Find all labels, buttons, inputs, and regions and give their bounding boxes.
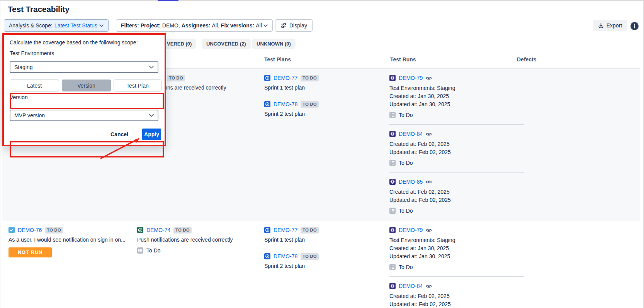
display-button-label: Display <box>289 22 307 29</box>
column-header-test-plans: Test Plans <box>264 56 291 63</box>
test-plans-cell: DEMO-77 TO DO Sprint 1 test plan DEMO-78… <box>264 69 384 220</box>
column-header-test-runs: Test Runs <box>390 56 416 63</box>
analysis-scope-value: Latest Test Status <box>54 22 97 29</box>
filters-label: Filters: <box>121 22 139 29</box>
todo-status-icon <box>389 208 396 214</box>
issue-summary: Sprint 2 test plan <box>264 262 384 270</box>
tab-covered-label: VERED (0) <box>167 41 192 47</box>
run-updated-at: Updated at: Jan 30, 2025 <box>389 100 524 108</box>
tab-uncovered[interactable]: UNCOVERED (2) <box>202 39 251 49</box>
test-run-item: DEMO-85 Created at: Feb 02, 2025 Updated… <box>389 172 524 220</box>
info-button[interactable] <box>630 22 639 30</box>
chevron-down-icon <box>99 24 104 27</box>
analysis-scope-label: Analysis & Scope: <box>9 22 53 29</box>
filter-project-label: Project: <box>141 22 161 29</box>
cancel-button[interactable]: Cancel <box>107 129 131 140</box>
issue-key-link[interactable]: DEMO-77 <box>274 75 297 81</box>
issue-key-link[interactable]: DEMO-76 <box>18 227 42 233</box>
status-line: To Do <box>389 207 524 214</box>
issue-summary: As a user, I would see notification on s… <box>8 236 133 244</box>
test-run-icon <box>389 75 396 81</box>
tab-unknown-label: UNKNOWN (0) <box>257 41 291 47</box>
run-created-at: Created at: Feb 02, 2025 <box>389 188 524 196</box>
scope-option-latest[interactable]: Latest <box>10 80 59 91</box>
tab-covered[interactable]: VERED (0) <box>162 39 196 49</box>
run-created-at: Created at: Jan 30, 2025 <box>389 92 524 100</box>
defects-cell <box>517 69 633 220</box>
test-environments-select[interactable]: Staging <box>10 61 158 73</box>
top-loading-accent <box>158 0 178 1</box>
requirement-item: DEMO-76 TO DO As a user, I would see not… <box>8 221 133 257</box>
issue-summary: Sprint 1 test plan <box>264 236 384 244</box>
eye-icon[interactable] <box>426 132 432 136</box>
status-line: To Do <box>389 264 524 271</box>
filters-dropdown[interactable]: Filters: Project: DEMO, Assignees: All, … <box>116 19 273 32</box>
version-value: MVP version <box>14 112 45 118</box>
tab-uncovered-label: UNCOVERED (2) <box>206 41 246 47</box>
analysis-scope-dropdown[interactable]: Analysis & Scope: Latest Test Status <box>4 19 109 32</box>
eye-icon[interactable] <box>426 76 432 80</box>
test-runs-cell: DEMO-79 Test Environments: Staging Creat… <box>389 221 524 308</box>
coverage-status-badge[interactable]: NOT RUN <box>8 247 52 257</box>
filter-assignees-label: Assignees: <box>182 22 211 29</box>
test-runs-cell: DEMO-79 Test Environments: Staging Creat… <box>389 69 524 220</box>
chevron-down-icon <box>149 66 154 69</box>
issue-summary: Sprint 2 test plan <box>264 110 384 118</box>
defects-cell <box>517 221 633 308</box>
scope-option-version-selected[interactable]: Version <box>62 80 111 91</box>
test-environments-value: Staging <box>14 64 32 70</box>
status-text: To Do <box>399 208 413 214</box>
run-environments: Test Environments: Staging <box>389 236 524 244</box>
info-icon <box>630 22 639 30</box>
export-button[interactable]: Export <box>593 20 627 31</box>
column-header-defects: Defects <box>517 56 537 63</box>
todo-status-icon <box>389 264 396 270</box>
run-created-at: Created at: Feb 02, 2025 <box>389 140 524 148</box>
window-top-border <box>0 0 644 1</box>
run-updated-at: Updated at: Feb 02, 2025 <box>389 300 524 308</box>
version-select[interactable]: MVP version <box>10 110 158 121</box>
run-updated-at: Updated at: Feb 02, 2025 <box>389 148 524 156</box>
chevron-down-icon <box>149 114 154 117</box>
issue-key-link[interactable]: DEMO-78 <box>274 101 297 107</box>
todo-status-icon <box>137 247 143 254</box>
scope-option-test-plan[interactable]: Test Plan <box>114 80 161 91</box>
test-plan-icon <box>264 101 270 107</box>
version-label: Version <box>10 94 28 100</box>
issue-key-link[interactable]: DEMO-79 <box>399 227 423 233</box>
export-button-label: Export <box>607 22 622 29</box>
status-line: To Do <box>137 247 262 254</box>
apply-button[interactable]: Apply <box>142 129 161 140</box>
status-badge: TO DO <box>45 227 63 234</box>
eye-icon[interactable] <box>426 284 432 288</box>
issue-key-link[interactable]: DEMO-74 <box>146 227 170 233</box>
issue-key-link[interactable]: DEMO-78 <box>274 253 297 259</box>
filter-fix-versions-label: Fix versions: <box>221 22 254 29</box>
test-run-icon <box>389 283 396 289</box>
eye-icon[interactable] <box>426 180 432 184</box>
issue-key-link[interactable]: DEMO-85 <box>399 179 423 185</box>
dialog-prompt: Calculate the coverage based on the foll… <box>10 39 138 46</box>
run-created-at: Created at: Feb 02, 2025 <box>389 292 524 300</box>
requirement-cell: DEMO-76 TO DO As a user, I would see not… <box>8 221 133 308</box>
issue-key-link[interactable]: DEMO-79 <box>399 75 423 81</box>
test-run-item: DEMO-84 Created at: Feb 02, 2025 Updated… <box>389 124 524 172</box>
task-issue-icon <box>8 227 15 233</box>
annotation-box-environments <box>10 93 164 109</box>
tab-unknown[interactable]: UNKNOWN (0) <box>252 39 296 49</box>
display-button[interactable]: Display <box>275 19 313 32</box>
table-row: DEMO-76 TO DO As a user, I would see not… <box>2 221 640 308</box>
status-line: To Do <box>389 112 524 118</box>
issue-key-link[interactable]: DEMO-84 <box>399 131 423 137</box>
chevron-down-icon <box>263 24 268 27</box>
eye-icon[interactable] <box>426 228 432 232</box>
status-text: To Do <box>146 247 161 254</box>
todo-status-icon <box>389 112 396 118</box>
todo-status-icon <box>389 160 396 166</box>
run-created-at: Created at: Jan 30, 2025 <box>389 244 524 252</box>
issue-key-link[interactable]: DEMO-84 <box>399 283 423 289</box>
test-run-item: DEMO-79 Test Environments: Staging Creat… <box>389 221 524 276</box>
issue-key-link[interactable]: DEMO-77 <box>274 227 297 233</box>
status-badge: TO DO <box>301 227 319 234</box>
test-plan-icon <box>264 253 270 259</box>
